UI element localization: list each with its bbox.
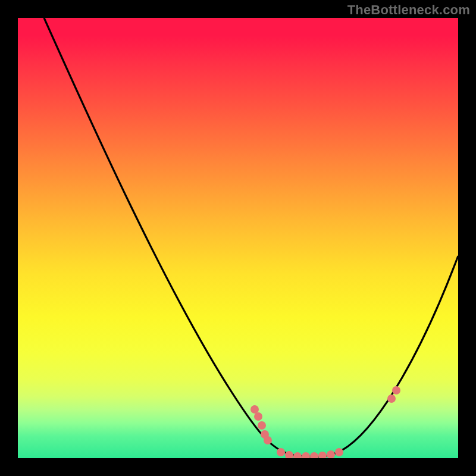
data-point	[327, 450, 335, 458]
attribution-text: TheBottleneck.com	[347, 2, 470, 18]
data-point	[310, 452, 318, 458]
data-point	[250, 405, 259, 414]
data-point	[258, 421, 266, 430]
chart-svg	[18, 18, 458, 458]
data-point	[302, 452, 310, 458]
data-point	[318, 452, 327, 458]
data-point	[264, 436, 272, 444]
plot-area	[18, 18, 458, 458]
data-point	[392, 386, 400, 394]
data-point	[387, 394, 396, 403]
data-point	[293, 452, 302, 458]
data-point	[254, 412, 262, 421]
chart-frame: TheBottleneck.com	[0, 0, 476, 476]
data-point	[277, 448, 285, 456]
data-point	[335, 448, 343, 456]
